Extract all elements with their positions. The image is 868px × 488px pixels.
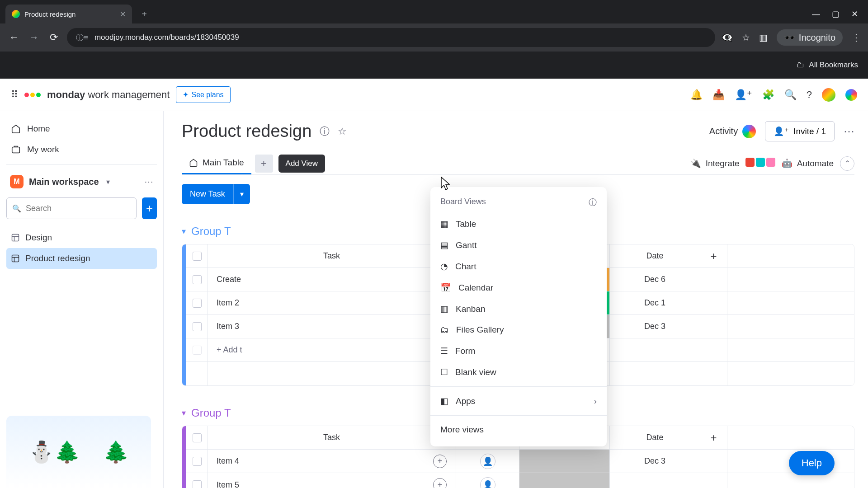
- row-checkbox[interactable]: [182, 450, 208, 473]
- task-name[interactable]: Item 3: [217, 322, 239, 331]
- row-checkbox[interactable]: [182, 291, 208, 314]
- browser-menu-icon[interactable]: ⋮: [852, 32, 861, 43]
- column-header-date[interactable]: Date: [610, 426, 700, 449]
- view-option-gantt[interactable]: ▤Gantt: [430, 235, 607, 256]
- task-name[interactable]: Create: [217, 275, 241, 284]
- info-icon[interactable]: ⓘ: [589, 197, 597, 208]
- tab-close-icon[interactable]: ✕: [120, 10, 126, 19]
- all-bookmarks-button[interactable]: 🗀 All Bookmarks: [797, 61, 858, 70]
- integrate-button[interactable]: 🔌 Integrate: [690, 158, 775, 169]
- add-item-button[interactable]: +: [142, 197, 157, 219]
- date-cell[interactable]: Dec 6: [610, 268, 700, 291]
- new-task-button[interactable]: New Task ▾: [182, 184, 250, 204]
- person-cell[interactable]: 👤: [456, 473, 519, 488]
- view-option-calendar[interactable]: 📅Calendar: [430, 277, 607, 298]
- help-icon[interactable]: ?: [807, 89, 812, 101]
- task-name[interactable]: Item 5: [217, 480, 239, 488]
- eye-off-icon[interactable]: 👁️‍🗨️: [722, 32, 733, 43]
- invite-button[interactable]: 👤⁺ Invite / 1: [765, 121, 835, 141]
- chevron-down-icon[interactable]: ▾: [182, 408, 186, 418]
- automate-button[interactable]: 🤖 Automate: [782, 158, 834, 169]
- search-input[interactable]: [26, 204, 131, 213]
- table-row[interactable]: Item 5+ 👤: [182, 473, 854, 488]
- apps-icon[interactable]: 🧩: [762, 89, 774, 101]
- more-views-link[interactable]: More views: [430, 419, 607, 440]
- info-icon[interactable]: ⓘ: [320, 125, 330, 138]
- board-menu-icon[interactable]: ⋯: [844, 125, 854, 138]
- view-option-blank[interactable]: ☐Blank view: [430, 361, 607, 383]
- status-cell[interactable]: [519, 450, 610, 473]
- inbox-icon[interactable]: 📥: [712, 89, 725, 101]
- incognito-badge[interactable]: 🕶️ Incognito: [777, 29, 843, 46]
- invite-members-icon[interactable]: 👤⁺: [735, 89, 752, 101]
- sidebar-item-home[interactable]: Home: [6, 118, 157, 139]
- column-header-task[interactable]: Task: [208, 426, 456, 449]
- row-checkbox[interactable]: [182, 315, 208, 338]
- sidebar-search[interactable]: 🔍: [6, 197, 137, 219]
- add-update-icon[interactable]: +: [433, 478, 447, 488]
- chevron-down-icon[interactable]: ▾: [182, 226, 186, 236]
- browser-tab[interactable]: Product redesign ✕: [5, 5, 132, 23]
- date-cell[interactable]: Dec 1: [610, 291, 700, 314]
- board-content: Product redesign ⓘ ☆ Activity 👤⁺ Invite …: [164, 111, 868, 488]
- favicon-icon: [12, 10, 20, 18]
- workspace-menu-icon[interactable]: ⋯: [144, 176, 153, 187]
- workspace-selector[interactable]: M Main workspace ▾ ⋯: [6, 172, 157, 191]
- board-title[interactable]: Product redesign: [182, 122, 311, 141]
- address-bar[interactable]: ⓘ≡ moodjoy.monday.com/boards/1830450039: [67, 28, 715, 47]
- product-switcher-icon[interactable]: [822, 88, 835, 102]
- sidebar-board-design[interactable]: Design: [6, 227, 157, 248]
- task-name[interactable]: Item 4: [217, 456, 239, 466]
- select-all-checkbox[interactable]: [182, 244, 208, 267]
- add-column-button[interactable]: +: [700, 244, 727, 267]
- row-checkbox[interactable]: [182, 473, 208, 488]
- new-task-dropdown-icon[interactable]: ▾: [233, 184, 250, 204]
- date-cell[interactable]: Dec 3: [610, 315, 700, 338]
- window-minimize-icon[interactable]: —: [812, 9, 820, 19]
- view-option-files-gallery[interactable]: 🗂Files Gallery: [430, 319, 607, 340]
- row-checkbox[interactable]: [182, 268, 208, 291]
- collapse-header-icon[interactable]: ⌃: [840, 156, 854, 171]
- svg-rect-4: [12, 255, 19, 262]
- date-cell[interactable]: Dec 3: [610, 450, 700, 473]
- new-tab-button[interactable]: +: [137, 6, 152, 22]
- view-option-table[interactable]: ▦Table: [430, 213, 607, 235]
- add-update-icon[interactable]: +: [433, 455, 447, 468]
- select-all-checkbox[interactable]: [182, 426, 208, 449]
- window-close-icon[interactable]: ✕: [851, 9, 858, 19]
- column-header-task[interactable]: Task: [208, 244, 456, 267]
- task-name[interactable]: Item 2: [217, 298, 239, 308]
- bookmark-star-icon[interactable]: ☆: [742, 32, 750, 43]
- favorite-star-icon[interactable]: ☆: [338, 126, 347, 137]
- status-cell[interactable]: [519, 473, 610, 488]
- sidebar-item-my-work[interactable]: My work: [6, 139, 157, 160]
- view-option-form[interactable]: ☰Form: [430, 340, 607, 361]
- sidebar-board-product-redesign[interactable]: Product redesign: [6, 248, 157, 269]
- column-header-date[interactable]: Date: [610, 244, 700, 267]
- date-cell[interactable]: [610, 473, 700, 488]
- view-option-apps[interactable]: ◧Apps›: [430, 390, 607, 412]
- view-option-kanban[interactable]: ▥Kanban: [430, 298, 607, 319]
- search-icon[interactable]: 🔍: [784, 89, 797, 101]
- apps-grid-icon[interactable]: ⠿: [11, 89, 18, 101]
- activity-button[interactable]: Activity: [709, 125, 756, 138]
- see-plans-button[interactable]: ✦ See plans: [176, 86, 230, 103]
- add-column-button[interactable]: +: [700, 426, 727, 449]
- files-icon: 🗂: [440, 325, 449, 335]
- profile-avatar-icon[interactable]: [845, 89, 857, 101]
- back-button[interactable]: ←: [7, 32, 21, 43]
- tab-title: Product redesign: [24, 10, 75, 18]
- window-maximize-icon[interactable]: ▢: [832, 9, 840, 19]
- site-info-icon[interactable]: ⓘ≡: [76, 33, 88, 43]
- add-view-button[interactable]: + Add View: [255, 155, 273, 173]
- reload-button[interactable]: ⟳: [47, 32, 61, 43]
- tab-main-table[interactable]: Main Table: [182, 152, 251, 174]
- view-option-chart[interactable]: ◔Chart: [430, 256, 607, 277]
- person-cell[interactable]: 👤: [456, 450, 519, 473]
- empty-avatar-icon: 👤: [480, 454, 495, 469]
- table-row[interactable]: Item 4+ 👤 Dec 3: [182, 450, 854, 473]
- help-button[interactable]: Help: [789, 451, 835, 475]
- notifications-icon[interactable]: 🔔: [690, 89, 703, 101]
- side-panel-icon[interactable]: ▥: [759, 32, 768, 43]
- calendar-icon: 📅: [440, 282, 451, 293]
